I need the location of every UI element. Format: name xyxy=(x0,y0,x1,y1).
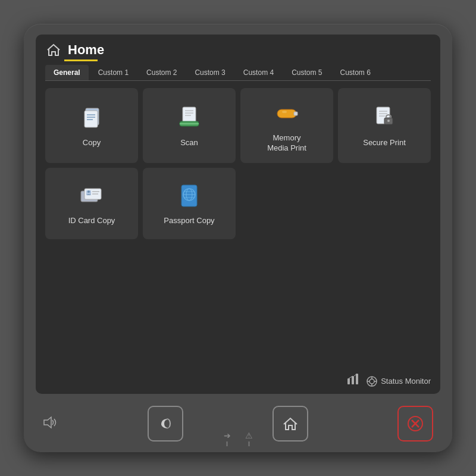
page-title: Home xyxy=(68,42,104,58)
copy-icon xyxy=(76,102,107,133)
title-underline xyxy=(64,60,98,61)
home-button[interactable] xyxy=(273,406,308,441)
sleep-button[interactable] xyxy=(148,406,183,441)
app-grid-row2: ID Card Copy xyxy=(45,168,431,239)
network-icon xyxy=(346,373,359,389)
svg-point-16 xyxy=(282,111,287,113)
svg-marker-46 xyxy=(44,417,51,428)
status-monitor-icon xyxy=(367,376,377,387)
svg-point-41 xyxy=(369,379,374,384)
memory-media-print-tile[interactable]: MemoryMedia Print xyxy=(240,88,333,163)
copy-label: Copy xyxy=(83,138,101,148)
indicator-line-1 xyxy=(227,441,228,446)
empty-slot-1 xyxy=(240,168,333,239)
svg-rect-15 xyxy=(294,112,298,115)
id-card-copy-tile[interactable]: ID Card Copy xyxy=(45,168,138,239)
svg-rect-37 xyxy=(356,374,358,384)
main-area: Copy xyxy=(36,81,440,369)
scan-tile[interactable]: Scan xyxy=(143,88,236,163)
tab-general[interactable]: General xyxy=(45,65,89,80)
status-monitor-button[interactable]: Status Monitor xyxy=(367,376,431,387)
secure-print-tile[interactable]: Secure Print xyxy=(338,88,431,163)
tab-custom5[interactable]: Custom 5 xyxy=(283,65,330,80)
screen-header: Home xyxy=(36,35,440,58)
scan-icon xyxy=(174,102,205,133)
svg-rect-8 xyxy=(183,107,196,123)
arrow-login: ➔ xyxy=(224,431,231,446)
login-arrow-icon: ➔ xyxy=(224,431,231,440)
stop-button[interactable] xyxy=(397,406,433,441)
tab-custom1[interactable]: Custom 1 xyxy=(90,65,137,80)
copy-tile[interactable]: Copy xyxy=(45,88,138,163)
passport-copy-label: Passport Copy xyxy=(164,216,214,226)
passport-icon xyxy=(174,180,205,211)
svg-rect-35 xyxy=(347,378,350,384)
secure-print-label: Secure Print xyxy=(363,138,406,148)
device-body: Home General Custom 1 Custom 2 Custom 3 … xyxy=(24,24,452,452)
tab-custom6[interactable]: Custom 6 xyxy=(332,65,379,80)
id-card-icon xyxy=(76,180,107,211)
arrow-warning: ⚠ xyxy=(245,431,253,446)
warning-icon: ⚠ xyxy=(245,431,253,440)
arrows-row: ➔ ⚠ xyxy=(224,431,253,446)
usb-icon xyxy=(271,98,302,129)
indicator-line-2 xyxy=(248,441,249,446)
id-card-copy-label: ID Card Copy xyxy=(68,216,115,226)
passport-copy-tile[interactable]: Passport Copy xyxy=(143,168,236,239)
svg-rect-14 xyxy=(277,109,296,118)
home-header-icon xyxy=(45,42,62,58)
empty-slot-2 xyxy=(338,168,431,239)
volume-icon[interactable] xyxy=(43,416,58,432)
tabs-row: General Custom 1 Custom 2 Custom 3 Custo… xyxy=(36,65,440,80)
scan-label: Scan xyxy=(180,138,198,148)
svg-rect-36 xyxy=(352,376,354,384)
tab-custom2[interactable]: Custom 2 xyxy=(138,65,185,80)
svg-rect-29 xyxy=(181,185,197,206)
svg-rect-4 xyxy=(84,111,98,127)
status-bar: Status Monitor xyxy=(36,369,440,394)
secure-print-icon xyxy=(369,102,400,133)
tab-custom4[interactable]: Custom 4 xyxy=(235,65,282,80)
app-grid-row1: Copy xyxy=(45,88,431,163)
memory-media-print-label: MemoryMedia Print xyxy=(267,133,306,154)
center-controls: ➔ ⚠ xyxy=(273,406,308,441)
bottom-controls: ➔ ⚠ xyxy=(36,399,440,446)
tab-custom3[interactable]: Custom 3 xyxy=(186,65,233,80)
svg-point-26 xyxy=(87,190,90,193)
screen: Home General Custom 1 Custom 2 Custom 3 … xyxy=(36,35,440,394)
svg-point-22 xyxy=(387,120,390,122)
status-monitor-label: Status Monitor xyxy=(381,377,431,386)
